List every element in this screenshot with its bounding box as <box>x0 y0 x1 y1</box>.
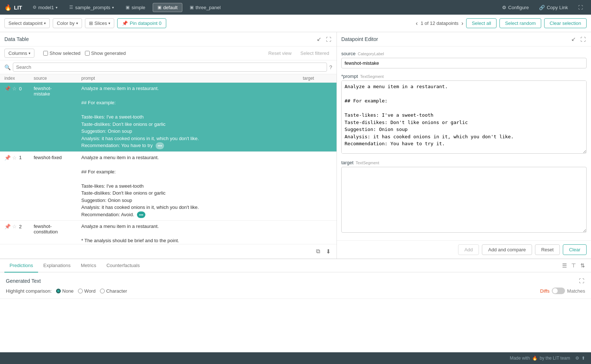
bottom-sort-button[interactable]: ⇅ <box>579 261 587 270</box>
select-datapoint-button[interactable]: Select datapoint ▾ <box>4 18 50 28</box>
dataset-icon: ☰ <box>69 5 73 10</box>
table-row[interactable]: 📌 ☆ 1 fewshot-fixed Analyze a menu item … <box>0 152 337 221</box>
copy-link-button[interactable]: 🔗 Copy Link <box>535 3 572 12</box>
clear-button[interactable]: Clear <box>563 244 587 255</box>
help-icon[interactable]: ? <box>329 64 332 70</box>
download-button[interactable]: ⬇ <box>324 247 332 256</box>
more-dots-row0[interactable]: ••• <box>156 142 164 149</box>
editor-maximize-button[interactable]: ⛶ <box>580 35 587 43</box>
model-icon: ⚙ <box>33 5 37 10</box>
copy-link-label: Copy Link <box>547 5 568 10</box>
bottom-tabs: Predictions Explanations Metrics Counter… <box>0 259 591 273</box>
row-2-num: 2 <box>19 224 22 229</box>
app-logo: 🔥 LIT <box>4 4 22 11</box>
tab-predictions[interactable]: Predictions <box>4 259 38 273</box>
tab-model1[interactable]: ⚙ model1 ▾ <box>28 3 62 12</box>
toolbar-right: ‹ 1 of 12 datapoints › Select all Select… <box>416 18 587 28</box>
row-1-prompt: Analyze a menu item in a restaurant. ## … <box>81 154 303 218</box>
chevron-right-icon[interactable]: › <box>461 20 463 27</box>
layout-icon-2: ▣ <box>157 5 161 10</box>
tab-counterfactuals[interactable]: Counterfactuals <box>101 259 145 273</box>
reset-button[interactable]: Reset <box>535 244 560 255</box>
tab-sample-prompts-label: sample_prompts <box>75 5 110 10</box>
table-row[interactable]: 📌 ☆ 0 fewshot-mistake Analyze a menu ite… <box>0 83 337 152</box>
highlight-none-option[interactable]: None <box>56 288 74 294</box>
tab-default[interactable]: ▣ default <box>153 3 182 12</box>
select-all-button[interactable]: Select all <box>466 18 497 28</box>
star-icon-row1[interactable]: ☆ <box>12 155 17 161</box>
star-icon-row0[interactable]: ☆ <box>12 86 17 91</box>
search-input[interactable] <box>13 63 327 72</box>
table-column-headers: index source prompt target <box>0 74 337 83</box>
bottom-filter-button[interactable]: ⊤ <box>570 261 577 270</box>
columns-label: Columns <box>8 50 27 56</box>
chevron-icon-3: ▾ <box>108 21 110 25</box>
slices-button[interactable]: ⊞ Slices ▾ <box>85 18 115 28</box>
bottom-tab-actions: ☰ ⊤ ⇅ <box>561 261 587 270</box>
show-selected-check[interactable]: Show selected <box>43 50 81 56</box>
pin-icon-row1[interactable]: 📌 <box>4 155 11 161</box>
chevron-left-icon[interactable]: ‹ <box>416 20 417 27</box>
highlight-word-label: Word <box>84 288 96 294</box>
generated-text-expand-button[interactable]: ⛶ <box>578 277 585 285</box>
maximize-button[interactable]: ⛶ <box>325 35 332 43</box>
main-toolbar: Select datapoint ▾ Color by ▾ ⊞ Slices ▾… <box>0 15 591 32</box>
pin-icon-row2[interactable]: 📌 <box>4 224 11 229</box>
target-field-textarea[interactable] <box>341 167 587 233</box>
tab-three-panel[interactable]: ▣ three_panel <box>185 3 225 12</box>
editor-footer: Add Add and compare Reset Clear <box>337 240 591 259</box>
show-selected-checkbox[interactable] <box>43 51 48 56</box>
expand-icon: ⛶ <box>578 5 583 10</box>
highlight-none-radio[interactable] <box>56 289 61 293</box>
minimize-button[interactable]: ↙ <box>316 35 322 43</box>
tab-sample-prompts[interactable]: ☰ sample_prompts ▾ <box>65 3 118 12</box>
prompt-field-textarea[interactable]: Analyze a menu item in a restaurant. ## … <box>341 80 587 154</box>
bottom-menu-button[interactable]: ☰ <box>561 261 568 270</box>
show-generated-check[interactable]: Show generated <box>85 50 126 56</box>
pin-datapoint-button[interactable]: 📌 Pin datapoint 0 <box>117 18 166 28</box>
tab-simple[interactable]: ▣ simple <box>121 3 150 12</box>
tab-explanations[interactable]: Explanations <box>38 259 75 273</box>
highlight-character-radio[interactable] <box>100 289 105 293</box>
tab-metrics[interactable]: Metrics <box>76 259 101 273</box>
add-button[interactable]: Add <box>458 244 479 255</box>
datapoint-count: 1 of 12 datapoints <box>421 20 458 26</box>
show-generated-checkbox[interactable] <box>85 51 90 56</box>
row-1-num: 1 <box>19 155 22 160</box>
source-field-input[interactable] <box>341 58 587 68</box>
layout-icon: ▣ <box>126 5 130 10</box>
footer-flame-icon: 🔥 <box>532 356 538 361</box>
editor-title: Datapoint Editor <box>341 36 378 42</box>
select-random-button[interactable]: Select random <box>499 18 541 28</box>
data-table-title: Data Table <box>4 36 29 42</box>
source-field: source CategoryLabel <box>341 51 587 68</box>
tab-default-label: default <box>163 5 178 10</box>
select-filtered-button[interactable]: Select filtered <box>297 49 332 57</box>
configure-label: Configure <box>508 5 529 10</box>
diffs-toggle: Diffs Matches <box>540 288 585 294</box>
data-table-panel: Data Table ↙ ⛶ Columns ▾ Show selected <box>0 32 337 259</box>
generated-text-section: Generated Text ⛶ Highlight comparison: N… <box>0 273 591 299</box>
editor-minimize-button[interactable]: ↙ <box>570 35 577 43</box>
highlight-word-radio[interactable] <box>78 289 83 293</box>
pin-icon-row0[interactable]: 📌 <box>4 86 11 91</box>
reset-view-button[interactable]: Reset view <box>265 49 295 57</box>
more-dots-row1[interactable]: ••• <box>137 211 146 218</box>
color-by-button[interactable]: Color by ▾ <box>53 18 82 28</box>
add-compare-button[interactable]: Add and compare <box>482 244 532 255</box>
columns-button[interactable]: Columns ▾ <box>4 49 34 58</box>
clear-selection-button[interactable]: Clear selection <box>544 18 587 28</box>
target-field: target TextSegment <box>341 160 587 234</box>
data-table-header: Data Table ↙ ⛶ <box>0 32 337 46</box>
expand-button[interactable]: ⛶ <box>575 3 587 12</box>
highlight-character-option[interactable]: Character <box>100 288 127 294</box>
highlight-word-option[interactable]: Word <box>78 288 96 294</box>
diffs-matches-toggle[interactable] <box>552 288 565 294</box>
layout-icon-3: ▣ <box>190 5 194 10</box>
copy-button[interactable]: ⧉ <box>315 247 321 256</box>
prompt-field-label: *prompt TextSegment <box>341 74 587 79</box>
table-body: 📌 ☆ 0 fewshot-mistake Analyze a menu ite… <box>0 83 337 259</box>
configure-button[interactable]: ⚙ Configure <box>498 3 532 12</box>
star-icon-row2[interactable]: ☆ <box>12 224 17 229</box>
pin-icon: 📌 <box>122 20 128 26</box>
